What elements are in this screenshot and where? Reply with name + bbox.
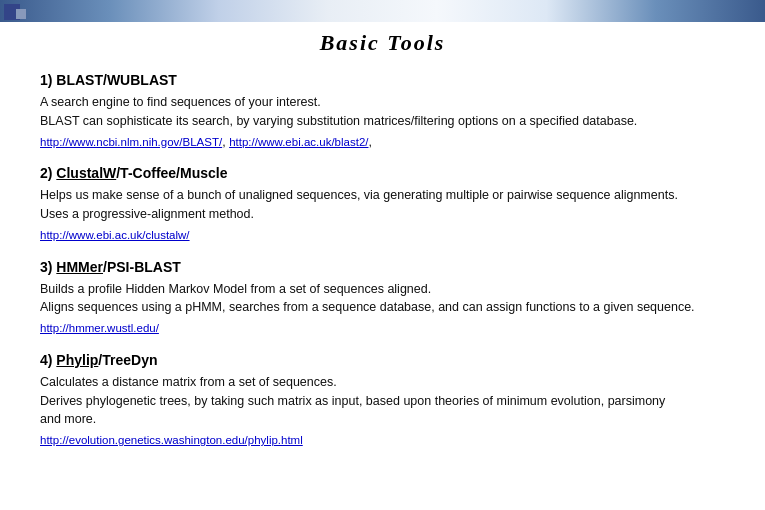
section-num-clustalw: 2) [40,165,56,181]
hmmer-links: http://hmmer.wustl.edu/ [40,319,725,338]
top-navigation-bar [0,0,765,22]
phylip-line3: and more. [40,410,725,429]
section-num-phylip: 4) [40,352,56,368]
phylip-links: http://evolution.genetics.washington.edu… [40,431,725,450]
section-suffix-phylip: /TreeDyn [98,352,157,368]
section-heading-phylip: 4) Phylip/TreeDyn [40,352,725,368]
clustalw-line2: Uses a progressive-alignment method. [40,205,725,224]
section-body-hmmer: Builds a profile Hidden Markov Model fro… [40,280,725,338]
blast-links: http://www.ncbi.nlm.nih.gov/BLAST/, http… [40,133,725,152]
section-body-blast: A search engine to find sequences of you… [40,93,725,151]
phylip-line2: Derives phylogenetic trees, by taking su… [40,392,725,411]
logo-area [0,0,45,22]
hmmer-line2: Aligns sequences using a pHMM, searches … [40,298,725,317]
hmmer-link1[interactable]: http://hmmer.wustl.edu/ [40,322,159,334]
clustalw-links: http://www.ebi.ac.uk/clustalw/ [40,226,725,245]
blast-link2[interactable]: http://www.ebi.ac.uk/blast2/ [229,136,368,148]
section-suffix-hmmer: /PSI-BLAST [103,259,181,275]
section-clustalw: 2) ClustalW/T-Coffee/Muscle Helps us mak… [40,165,725,244]
section-suffix-clustalw: /T-Coffee/Muscle [116,165,227,181]
phylip-link1[interactable]: http://evolution.genetics.washington.edu… [40,434,303,446]
page-title: Basic Tools [40,30,725,56]
hmmer-link-text: HMMer [56,259,103,275]
logo-icon-gray [16,9,26,19]
section-body-phylip: Calculates a distance matrix from a set … [40,373,725,450]
section-num-hmmer: 3) [40,259,56,275]
section-heading-text-blast: 1) BLAST/WUBLAST [40,72,177,88]
main-content: Basic Tools 1) BLAST/WUBLAST A search en… [0,22,765,484]
hmmer-line1: Builds a profile Hidden Markov Model fro… [40,280,725,299]
phylip-line1: Calculates a distance matrix from a set … [40,373,725,392]
clustalw-link-text: ClustalW [56,165,116,181]
section-hmmer: 3) HMMer/PSI-BLAST Builds a profile Hidd… [40,259,725,338]
section-heading-blast: 1) BLAST/WUBLAST [40,72,725,88]
section-blast: 1) BLAST/WUBLAST A search engine to find… [40,72,725,151]
section-phylip: 4) Phylip/TreeDyn Calculates a distance … [40,352,725,450]
blast-link1[interactable]: http://www.ncbi.nlm.nih.gov/BLAST/ [40,136,222,148]
phylip-link-text: Phylip [56,352,98,368]
clustalw-link1[interactable]: http://www.ebi.ac.uk/clustalw/ [40,229,190,241]
section-body-clustalw: Helps us make sense of a bunch of unalig… [40,186,725,244]
blast-line2: BLAST can sophisticate its search, by va… [40,112,725,131]
section-heading-hmmer: 3) HMMer/PSI-BLAST [40,259,725,275]
blast-line1: A search engine to find sequences of you… [40,93,725,112]
clustalw-line1: Helps us make sense of a bunch of unalig… [40,186,725,205]
section-heading-clustalw: 2) ClustalW/T-Coffee/Muscle [40,165,725,181]
